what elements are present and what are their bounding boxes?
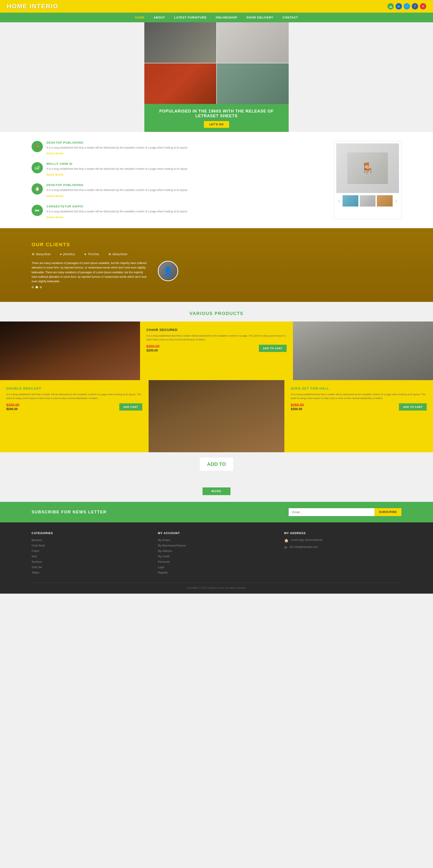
showcase-thumb-3[interactable] [377,195,393,207]
close-icon[interactable]: ✕ [420,3,426,9]
gallery-chair [144,63,216,104]
product-sofa-image [293,321,433,380]
chair-product-desc: It is a long established fact that a rea… [146,334,286,342]
product-bedroom-img-cell [0,321,140,380]
clients-testimonial: There are many variations of passages of… [32,261,149,284]
newsletter-section: SUBSCRIBE FOR NEWS LETTER SUBSCRIBE [0,502,433,522]
feature-title-3: DESKTOP PUBLISHING [47,183,188,187]
newsletter-email-input[interactable] [289,508,374,516]
category-tables[interactable]: Tables [32,571,39,574]
double-bed-price-new: $200.00 [6,407,20,411]
footer-account-list: My Orders My Marchased Returns My Addres… [158,538,275,575]
linkedin-icon[interactable]: in [396,3,402,9]
account-my-credit[interactable]: My Credit [158,555,169,558]
facebook-icon[interactable]: f [412,3,418,9]
category-sets[interactable]: Sets [32,555,37,558]
double-bed-product-pricing: $250.00 $200.00 ADD CART [6,403,142,411]
client-star-icon-3: ★ [84,252,87,256]
account-login[interactable]: Login [158,566,164,569]
clients-logos: ❄ daisyclean ● phostica ★ Finches ❄ dais… [32,252,127,256]
feature-title-2: MOLLIT ANIM ID [47,162,188,165]
showcase-thumb-2[interactable] [360,195,375,207]
feature-readmore-3[interactable]: READ MORE [47,195,64,197]
list-item: Register [158,570,275,575]
list-item: Chairs [32,549,149,553]
sofa-hall-product-info: SOFA SET FOR HALL It is a long establish… [284,380,433,452]
feature-readmore-4[interactable]: READ MORE [47,216,64,219]
nav-onlineshop[interactable]: ONLINESHOP [216,16,237,19]
account-my-orders[interactable]: My Orders [158,538,171,542]
add-to-section: ADD TO [0,452,433,473]
nav-door-delivery[interactable]: DOOR DELIVERY [246,16,273,19]
feature-desc-2: It is a long established fact that a rea… [47,167,188,171]
header-social-icons: ☁ in 🐦 f ✕ [388,3,426,9]
more-button[interactable]: MORE [203,488,230,495]
hero-cta-button[interactable]: LET'S GO [204,121,229,128]
add-to-label: ADD TO [207,461,226,467]
footer-address-line: 🏠 Lorem Ipsy street,Newook [284,538,401,543]
account-personals[interactable]: Personals [158,560,170,563]
footer-account-title: MY ACCOUNT [158,531,275,535]
double-bed-add-cart-button[interactable]: ADD CART [119,403,142,410]
footer-address: MY ADDRESS 🏠 Lorem Ipsy street,Newook ✉ … [284,531,401,576]
dot-2[interactable] [36,286,38,288]
client-logo-4: ❄ daisyclean [108,252,127,256]
dot-1[interactable] [32,286,34,288]
add-to-card: ADD TO [200,458,233,471]
category-chairs[interactable]: Chairs [32,550,39,553]
sofa-hall-product-desc: It is a long established fact that a rea… [291,393,427,400]
list-item: Chair Beds [32,544,149,548]
feature-readmore-1[interactable]: READ MORE [47,152,64,155]
chair-price-new: $200.00 [146,348,159,352]
showcase-next[interactable]: › [394,198,398,204]
account-my-address[interactable]: My Address [158,550,172,553]
account-returns[interactable]: My Marchased Returns [158,544,186,547]
hero-banner-text: POPULARISED IN THE 1960S WITH THE RELEAS… [149,109,284,118]
feature-desc-1: It is a long established fact that a rea… [47,146,188,150]
subscribe-button[interactable]: SUBSCRIBE [374,508,401,516]
sofa-hall-price-old: $250.00 [291,403,304,407]
footer-categories-title: CATEGORIES [32,531,149,535]
dot-3[interactable] [40,286,42,288]
category-chair-beds[interactable]: Chair Beds [32,544,45,547]
product-dining-image [149,380,285,452]
gallery-bedroom [217,63,289,104]
category-sections[interactable]: Sections [32,560,42,563]
twitter-icon[interactable]: 🐦 [404,3,410,9]
footer-categories: CATEGORIES Beaches Chair Beds Chairs Set… [32,531,149,576]
feature-item-4: 🛏 CONSECTETUR ADIPIS It is a long establ… [32,205,320,219]
features-section: 🪑 DESKTOP PUBLISHING It is a long establ… [0,132,433,228]
footer-copyright: Copyright © 2015 Company name. All right… [32,583,401,589]
rss-icon[interactable]: ☁ [388,3,394,9]
logo: HOME INTERIO [7,3,58,10]
feature-readmore-2[interactable]: READ MORE [47,174,64,176]
category-beaches[interactable]: Beaches [32,538,42,542]
feature-desc-4: It is a long established fact that a rea… [47,210,188,214]
category-sofa-set[interactable]: Sofa Set [32,566,42,569]
nav-home[interactable]: HOME [135,16,145,19]
chair-product-name: CHAIR SECURED [146,328,286,332]
product-bedroom-image [0,321,140,380]
gallery-dining [144,22,216,63]
feature-icon-2: 🛋 [32,162,43,174]
showcase-thumb-1[interactable] [343,195,358,207]
chair-add-cart-button[interactable]: ADD TO CART [259,345,287,352]
feature-item-2: 🛋 MOLLIT ANIM ID It is a long establishe… [32,162,320,177]
chair-product-pricing: $250.00 $200.00 ADD TO CART [146,344,286,352]
showcase-prev[interactable]: ‹ [337,198,341,204]
newsletter-form: SUBSCRIBE [289,508,401,516]
chair-price-old: $250.00 [146,344,159,348]
footer-address-details: 🏠 Lorem Ipsy street,Newook ✉ 101 info@ex… [284,538,401,550]
double-bed-product-desc: It is a long established fact that a rea… [6,393,142,400]
clients-section: OUR CLIENTS ❄ daisyclean ● phostica ★ Fi… [0,228,433,302]
nav-contact[interactable]: CONTACT [283,16,298,19]
product-showcase: 🪑 ‹ › [334,141,401,219]
sofa-hall-add-cart-button[interactable]: ADD TO CART [399,403,427,410]
nav-about[interactable]: ABOUT [154,16,165,19]
product-sofa-img-cell [293,321,433,380]
nav-latest-furniture[interactable]: LATEST FURNITURE [174,16,207,19]
account-register[interactable]: Register [158,571,168,574]
footer-grid: CATEGORIES Beaches Chair Beds Chairs Set… [32,531,401,576]
chair-product-info: CHAIR SECURED It is a long established f… [140,321,293,380]
list-item: My Marchased Returns [158,544,275,548]
